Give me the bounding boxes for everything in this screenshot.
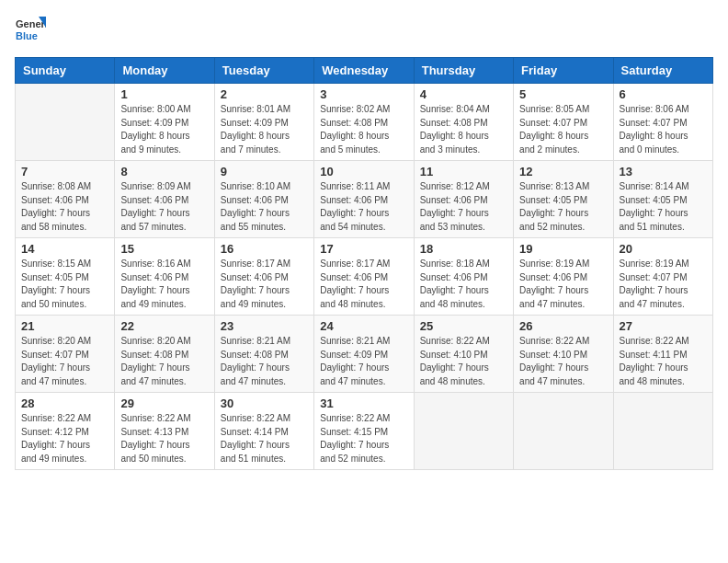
- calendar-cell: 21Sunrise: 8:20 AMSunset: 4:07 PMDayligh…: [16, 316, 115, 393]
- week-row-4: 21Sunrise: 8:20 AMSunset: 4:07 PMDayligh…: [16, 316, 713, 393]
- calendar-cell: 16Sunrise: 8:17 AMSunset: 4:06 PMDayligh…: [214, 238, 313, 316]
- calendar-cell: 17Sunrise: 8:17 AMSunset: 4:06 PMDayligh…: [314, 238, 414, 316]
- day-number: 22: [120, 319, 208, 333]
- day-info: Sunrise: 8:22 AMSunset: 4:10 PMDaylight:…: [519, 335, 607, 388]
- day-info: Sunrise: 8:08 AMSunset: 4:06 PMDaylight:…: [21, 180, 108, 234]
- calendar-cell: 9Sunrise: 8:10 AMSunset: 4:06 PMDaylight…: [214, 161, 313, 238]
- calendar-cell: 24Sunrise: 8:21 AMSunset: 4:09 PMDayligh…: [314, 316, 414, 393]
- day-number: 24: [320, 319, 407, 333]
- day-number: 10: [320, 165, 407, 178]
- day-info: Sunrise: 8:01 AMSunset: 4:09 PMDaylight:…: [221, 103, 308, 156]
- calendar-cell: 20Sunrise: 8:19 AMSunset: 4:07 PMDayligh…: [613, 238, 712, 316]
- day-number: 2: [221, 87, 308, 101]
- calendar-cell: 28Sunrise: 8:22 AMSunset: 4:12 PMDayligh…: [16, 393, 115, 470]
- calendar-cell: 23Sunrise: 8:21 AMSunset: 4:08 PMDayligh…: [214, 316, 313, 393]
- day-info: Sunrise: 8:20 AMSunset: 4:08 PMDaylight:…: [120, 335, 208, 388]
- logo: General Blue: [15, 15, 46, 46]
- weekday-header: SundayMondayTuesdayWednesdayThursdayFrid…: [16, 58, 713, 84]
- calendar-cell: [514, 393, 613, 470]
- day-number: 14: [21, 242, 108, 256]
- day-number: 12: [519, 165, 607, 178]
- day-info: Sunrise: 8:21 AMSunset: 4:09 PMDaylight:…: [320, 335, 407, 388]
- day-number: 9: [221, 165, 308, 178]
- calendar-cell: 7Sunrise: 8:08 AMSunset: 4:06 PMDaylight…: [16, 161, 115, 238]
- day-info: Sunrise: 8:22 AMSunset: 4:14 PMDaylight:…: [221, 412, 308, 465]
- day-number: 30: [221, 396, 308, 410]
- day-info: Sunrise: 8:17 AMSunset: 4:06 PMDaylight:…: [221, 258, 308, 311]
- day-info: Sunrise: 8:13 AMSunset: 4:05 PMDaylight:…: [519, 180, 607, 234]
- day-info: Sunrise: 8:05 AMSunset: 4:07 PMDaylight:…: [519, 103, 607, 156]
- day-info: Sunrise: 8:04 AMSunset: 4:08 PMDaylight:…: [420, 103, 507, 156]
- calendar-cell: 25Sunrise: 8:22 AMSunset: 4:10 PMDayligh…: [414, 316, 513, 393]
- calendar-cell: 13Sunrise: 8:14 AMSunset: 4:05 PMDayligh…: [613, 161, 712, 238]
- day-info: Sunrise: 8:22 AMSunset: 4:12 PMDaylight:…: [21, 412, 108, 465]
- day-info: Sunrise: 8:22 AMSunset: 4:10 PMDaylight:…: [420, 335, 507, 388]
- calendar-cell: [16, 84, 115, 161]
- calendar-cell: 4Sunrise: 8:04 AMSunset: 4:08 PMDaylight…: [414, 84, 513, 161]
- calendar-cell: 12Sunrise: 8:13 AMSunset: 4:05 PMDayligh…: [514, 161, 613, 238]
- day-info: Sunrise: 8:19 AMSunset: 4:07 PMDaylight:…: [620, 258, 707, 311]
- day-info: Sunrise: 8:15 AMSunset: 4:05 PMDaylight:…: [21, 258, 108, 311]
- calendar-cell: 22Sunrise: 8:20 AMSunset: 4:08 PMDayligh…: [115, 316, 214, 393]
- calendar-cell: 3Sunrise: 8:02 AMSunset: 4:08 PMDaylight…: [314, 84, 414, 161]
- weekday-sunday: Sunday: [16, 58, 115, 84]
- day-info: Sunrise: 8:14 AMSunset: 4:05 PMDaylight:…: [620, 180, 707, 234]
- day-number: 27: [620, 319, 707, 333]
- calendar-cell: 19Sunrise: 8:19 AMSunset: 4:06 PMDayligh…: [514, 238, 613, 316]
- calendar-cell: 31Sunrise: 8:22 AMSunset: 4:15 PMDayligh…: [314, 393, 414, 470]
- calendar-cell: 10Sunrise: 8:11 AMSunset: 4:06 PMDayligh…: [314, 161, 414, 238]
- day-number: 1: [120, 87, 208, 101]
- day-number: 29: [120, 396, 208, 410]
- calendar-cell: 27Sunrise: 8:22 AMSunset: 4:11 PMDayligh…: [613, 316, 712, 393]
- weekday-thursday: Thursday: [414, 58, 513, 84]
- day-info: Sunrise: 8:22 AMSunset: 4:15 PMDaylight:…: [320, 412, 407, 465]
- day-info: Sunrise: 8:20 AMSunset: 4:07 PMDaylight:…: [21, 335, 108, 388]
- week-row-5: 28Sunrise: 8:22 AMSunset: 4:12 PMDayligh…: [16, 393, 713, 470]
- day-number: 23: [221, 319, 308, 333]
- week-row-1: 1Sunrise: 8:00 AMSunset: 4:09 PMDaylight…: [16, 84, 713, 161]
- calendar-cell: 30Sunrise: 8:22 AMSunset: 4:14 PMDayligh…: [214, 393, 313, 470]
- day-info: Sunrise: 8:21 AMSunset: 4:08 PMDaylight:…: [221, 335, 308, 388]
- day-number: 17: [320, 242, 407, 256]
- day-number: 25: [420, 319, 507, 333]
- page-header: General Blue: [15, 15, 713, 46]
- weekday-wednesday: Wednesday: [314, 58, 414, 84]
- day-info: Sunrise: 8:06 AMSunset: 4:07 PMDaylight:…: [620, 103, 707, 156]
- calendar: SundayMondayTuesdayWednesdayThursdayFrid…: [15, 57, 713, 470]
- logo-graphic: General Blue: [15, 15, 46, 46]
- calendar-cell: 2Sunrise: 8:01 AMSunset: 4:09 PMDaylight…: [214, 84, 313, 161]
- day-info: Sunrise: 8:16 AMSunset: 4:06 PMDaylight:…: [120, 258, 208, 311]
- week-row-3: 14Sunrise: 8:15 AMSunset: 4:05 PMDayligh…: [16, 238, 713, 316]
- day-number: 19: [519, 242, 607, 256]
- day-info: Sunrise: 8:17 AMSunset: 4:06 PMDaylight:…: [320, 258, 407, 311]
- day-info: Sunrise: 8:19 AMSunset: 4:06 PMDaylight:…: [519, 258, 607, 311]
- weekday-tuesday: Tuesday: [214, 58, 313, 84]
- day-number: 15: [120, 242, 208, 256]
- weekday-monday: Monday: [115, 58, 214, 84]
- day-number: 16: [221, 242, 308, 256]
- logo-container: General Blue: [15, 15, 46, 46]
- calendar-cell: 8Sunrise: 8:09 AMSunset: 4:06 PMDaylight…: [115, 161, 214, 238]
- day-info: Sunrise: 8:22 AMSunset: 4:11 PMDaylight:…: [620, 335, 707, 388]
- day-info: Sunrise: 8:18 AMSunset: 4:06 PMDaylight:…: [420, 258, 507, 311]
- calendar-cell: [414, 393, 513, 470]
- day-number: 26: [519, 319, 607, 333]
- calendar-cell: 14Sunrise: 8:15 AMSunset: 4:05 PMDayligh…: [16, 238, 115, 316]
- day-number: 28: [21, 396, 108, 410]
- day-info: Sunrise: 8:11 AMSunset: 4:06 PMDaylight:…: [320, 180, 407, 234]
- day-info: Sunrise: 8:09 AMSunset: 4:06 PMDaylight:…: [120, 180, 208, 234]
- calendar-cell: 11Sunrise: 8:12 AMSunset: 4:06 PMDayligh…: [414, 161, 513, 238]
- calendar-body: 1Sunrise: 8:00 AMSunset: 4:09 PMDaylight…: [16, 84, 713, 470]
- calendar-cell: 6Sunrise: 8:06 AMSunset: 4:07 PMDaylight…: [613, 84, 712, 161]
- calendar-cell: 26Sunrise: 8:22 AMSunset: 4:10 PMDayligh…: [514, 316, 613, 393]
- day-info: Sunrise: 8:12 AMSunset: 4:06 PMDaylight:…: [420, 180, 507, 234]
- calendar-cell: [613, 393, 712, 470]
- day-number: 3: [320, 87, 407, 101]
- day-number: 21: [21, 319, 108, 333]
- day-number: 11: [420, 165, 507, 178]
- weekday-friday: Friday: [514, 58, 613, 84]
- day-info: Sunrise: 8:22 AMSunset: 4:13 PMDaylight:…: [120, 412, 208, 465]
- calendar-cell: 29Sunrise: 8:22 AMSunset: 4:13 PMDayligh…: [115, 393, 214, 470]
- svg-text:Blue: Blue: [16, 30, 38, 41]
- day-info: Sunrise: 8:10 AMSunset: 4:06 PMDaylight:…: [221, 180, 308, 234]
